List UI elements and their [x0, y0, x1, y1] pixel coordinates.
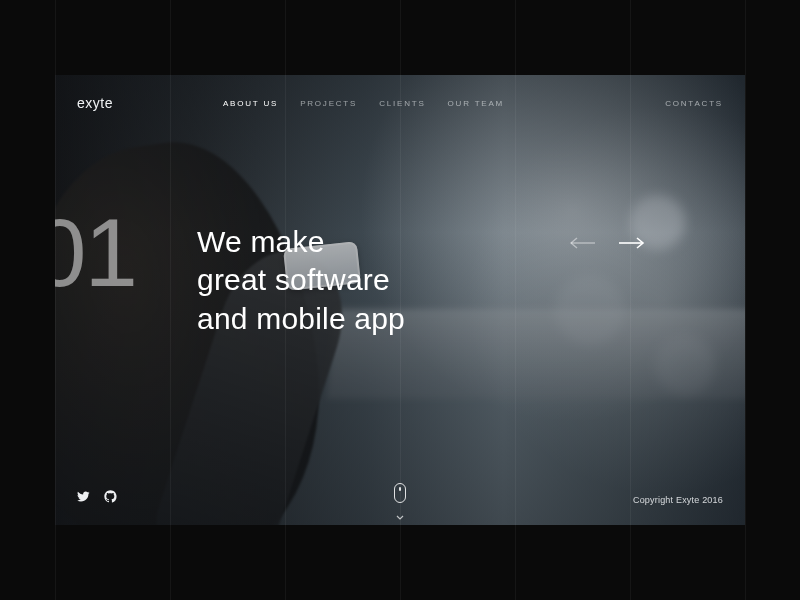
nav-our-team[interactable]: OUR TEAM	[448, 99, 504, 108]
slide-arrows	[569, 237, 645, 249]
hero-section: 01 We makegreat softwareand mobile app	[55, 75, 745, 525]
chevron-down-icon	[396, 506, 404, 511]
slide-number: 01	[55, 205, 136, 301]
next-slide-arrow-icon[interactable]	[617, 237, 645, 249]
hero-viewport: exyte ABOUT US PROJECTS CLIENTS OUR TEAM…	[55, 75, 745, 525]
brand-logo[interactable]: exyte	[77, 95, 113, 111]
prev-slide-arrow-icon[interactable]	[569, 237, 597, 249]
nav-about-us[interactable]: ABOUT US	[223, 99, 278, 108]
twitter-icon[interactable]	[77, 489, 90, 507]
github-icon[interactable]	[104, 489, 117, 507]
nav-links: ABOUT US PROJECTS CLIENTS OUR TEAM	[223, 99, 504, 108]
nav-contacts[interactable]: CONTACTS	[665, 99, 723, 108]
mouse-icon	[394, 483, 406, 503]
nav-projects[interactable]: PROJECTS	[300, 99, 357, 108]
social-links	[77, 489, 117, 507]
top-nav: exyte ABOUT US PROJECTS CLIENTS OUR TEAM…	[55, 75, 745, 131]
nav-clients[interactable]: CLIENTS	[379, 99, 425, 108]
scroll-down-cue[interactable]	[394, 483, 406, 511]
hero-headline: We makegreat softwareand mobile app	[197, 223, 405, 338]
copyright-text: Copyright Exyte 2016	[633, 495, 723, 505]
